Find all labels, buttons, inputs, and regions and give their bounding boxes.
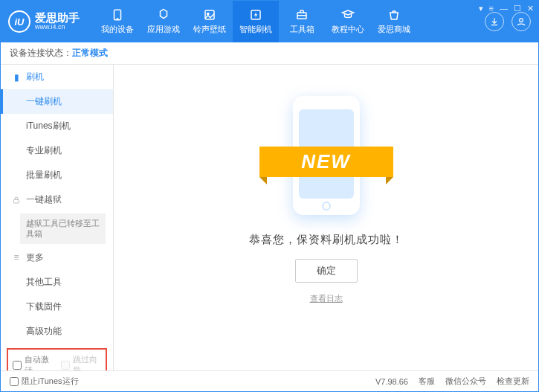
minimize-icon[interactable]: — <box>500 4 508 13</box>
status-label: 设备连接状态： <box>10 47 72 60</box>
more-icon: ≡ <box>11 252 22 263</box>
sidebar: ▮ 刷机 一键刷机 iTunes刷机 专业刷机 批量刷机 一键越狱 越狱工具已转… <box>1 65 114 370</box>
sidebar-head-more[interactable]: ≡ 更多 <box>1 245 113 270</box>
sidebar-jailbreak-note: 越狱工具已转移至工具箱 <box>20 213 106 244</box>
block-itunes-input[interactable] <box>10 377 19 386</box>
block-itunes-checkbox[interactable]: 阻止iTunes运行 <box>10 376 79 387</box>
sidebar-item-itunes-flash[interactable]: iTunes刷机 <box>1 114 113 138</box>
nav-apps-games[interactable]: 应用游戏 <box>141 1 187 42</box>
toolbox-icon <box>294 8 309 22</box>
version-label: V7.98.66 <box>375 377 408 386</box>
nav-label: 铃声壁纸 <box>193 24 226 35</box>
tutorial-icon <box>340 8 355 22</box>
svg-point-3 <box>207 13 209 14</box>
nav-toolbox[interactable]: 工具箱 <box>279 1 325 42</box>
sidebar-head-flash[interactable]: ▮ 刷机 <box>1 65 113 89</box>
store-icon <box>387 8 401 22</box>
app-logo: iU 爱思助手 www.i4.cn <box>8 10 80 33</box>
status-value: 正常模式 <box>72 47 108 60</box>
maximize-icon[interactable]: ☐ <box>514 4 521 13</box>
nav-ringtone-wallpaper[interactable]: 铃声壁纸 <box>187 1 233 42</box>
sidebar-item-other-tools[interactable]: 其他工具 <box>1 270 113 295</box>
sidebar-item-onekey-flash[interactable]: 一键刷机 <box>1 89 113 114</box>
main-nav: 我的设备 应用游戏 铃声壁纸 智能刷机 <box>94 1 417 42</box>
skip-guide-checkbox <box>61 361 70 370</box>
app-title: 爱思助手 <box>35 12 80 25</box>
nav-label: 我的设备 <box>101 24 134 35</box>
svg-rect-8 <box>14 199 19 203</box>
support-link[interactable]: 客服 <box>419 376 435 387</box>
lock-icon <box>11 196 22 205</box>
sidebar-item-pro-flash[interactable]: 专业刷机 <box>1 138 113 163</box>
nav-label: 应用游戏 <box>147 24 180 35</box>
window-controls: ▾ ≡ — ☐ ✕ <box>479 4 534 13</box>
checkbox-skip-guide[interactable]: 跳过向导 <box>61 354 102 370</box>
footer-bar: 阻止iTunes运行 V7.98.66 客服 微信公众号 检查更新 <box>1 370 538 391</box>
flash-icon <box>248 8 263 22</box>
sidebar-item-batch-flash[interactable]: 批量刷机 <box>1 163 113 187</box>
user-button[interactable] <box>511 12 531 31</box>
wechat-link[interactable]: 微信公众号 <box>445 376 486 387</box>
download-button[interactable] <box>485 12 504 31</box>
apps-icon <box>156 8 171 22</box>
check-update-link[interactable]: 检查更新 <box>497 376 529 387</box>
sidebar-head-label: 刷机 <box>26 71 44 83</box>
title-bar: ▾ ≡ — ☐ ✕ iU 爱思助手 www.i4.cn 我的设备 <box>1 1 538 42</box>
nav-label: 爱思商城 <box>378 24 410 35</box>
close-icon[interactable]: ✕ <box>527 4 534 13</box>
main-content: NEW 恭喜您，保资料刷机成功啦！ 确定 查看日志 <box>114 65 538 370</box>
nav-my-device[interactable]: 我的设备 <box>94 1 141 42</box>
auto-activate-checkbox[interactable] <box>13 361 22 370</box>
checkbox-label: 跳过向导 <box>73 354 102 370</box>
sidebar-item-advanced[interactable]: 高级功能 <box>1 319 113 344</box>
view-log-link[interactable]: 查看日志 <box>310 293 343 304</box>
checkbox-auto-activate[interactable]: 自动激活 <box>13 354 54 370</box>
device-icon <box>110 8 125 22</box>
media-icon <box>202 8 217 22</box>
new-ribbon: NEW <box>259 147 393 177</box>
sidebar-head-jailbreak: 一键越狱 <box>1 187 113 212</box>
tray-icon[interactable]: ≡ <box>489 4 494 13</box>
nav-smart-flash[interactable]: 智能刷机 <box>233 1 279 42</box>
nav-label: 智能刷机 <box>239 24 272 35</box>
nav-store[interactable]: 爱思商城 <box>371 1 417 42</box>
checkbox-label: 自动激活 <box>25 354 54 370</box>
nav-label: 工具箱 <box>290 24 314 35</box>
connection-status-bar: 设备连接状态： 正常模式 <box>1 42 538 65</box>
sidebar-head-label: 更多 <box>26 251 44 264</box>
svg-point-7 <box>520 19 523 22</box>
phone-icon: ▮ <box>11 72 22 83</box>
menu-icon[interactable]: ▾ <box>479 4 483 13</box>
ok-button[interactable]: 确定 <box>295 259 358 283</box>
nav-label: 教程中心 <box>332 24 364 35</box>
sidebar-item-download-firmware[interactable]: 下载固件 <box>1 295 113 319</box>
success-message: 恭喜您，保资料刷机成功啦！ <box>249 233 404 247</box>
logo-icon: iU <box>8 10 30 33</box>
app-url: www.i4.cn <box>35 24 80 31</box>
sidebar-head-label: 一键越狱 <box>26 193 62 206</box>
flash-options-box: 自动激活 跳过向导 <box>7 348 107 370</box>
checkbox-label: 阻止iTunes运行 <box>22 376 79 387</box>
success-illustration: NEW <box>282 87 371 221</box>
nav-tutorials[interactable]: 教程中心 <box>325 1 371 42</box>
